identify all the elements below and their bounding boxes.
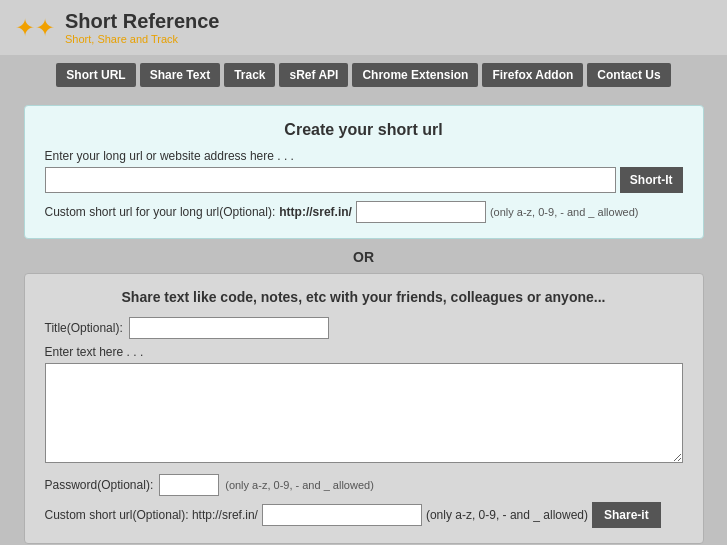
navbar: Short URL Share Text Track sRef API Chro… bbox=[0, 55, 727, 95]
logo-icon: ✦✦ bbox=[15, 14, 55, 42]
title-label: Title(Optional): bbox=[45, 321, 123, 335]
custom-url-label: Custom short url for your long url(Optio… bbox=[45, 205, 276, 219]
share-text-area[interactable] bbox=[45, 363, 683, 463]
logo-subtitle: Short, Share and Track bbox=[65, 33, 220, 45]
header: ✦✦ Short Reference Short, Share and Trac… bbox=[0, 0, 727, 55]
nav-track[interactable]: Track bbox=[224, 63, 275, 87]
short-it-button[interactable]: Short-It bbox=[620, 167, 683, 193]
custom-url-input[interactable] bbox=[356, 201, 486, 223]
password-label: Password(Optional): bbox=[45, 478, 154, 492]
share-text-section: Share text like code, notes, etc with yo… bbox=[24, 273, 704, 544]
custom-short-input[interactable] bbox=[262, 504, 422, 526]
long-url-input[interactable] bbox=[45, 167, 616, 193]
or-divider: OR bbox=[24, 249, 704, 265]
short-url-title: Create your short url bbox=[45, 121, 683, 139]
short-url-section: Create your short url Enter your long ur… bbox=[24, 105, 704, 239]
nav-firefox-addon[interactable]: Firefox Addon bbox=[482, 63, 583, 87]
share-text-title: Share text like code, notes, etc with yo… bbox=[45, 289, 683, 305]
main-content: Create your short url Enter your long ur… bbox=[14, 95, 714, 545]
title-input[interactable] bbox=[129, 317, 329, 339]
logo-title: Short Reference bbox=[65, 10, 220, 33]
long-url-label: Enter your long url or website address h… bbox=[45, 149, 683, 163]
nav-sref-api[interactable]: sRef API bbox=[279, 63, 348, 87]
nav-share-text[interactable]: Share Text bbox=[140, 63, 220, 87]
enter-text-label: Enter text here . . . bbox=[45, 345, 683, 359]
password-input[interactable] bbox=[159, 474, 219, 496]
nav-contact-us[interactable]: Contact Us bbox=[587, 63, 670, 87]
custom-short-hint: (only a-z, 0-9, - and _ allowed) bbox=[426, 508, 588, 522]
nav-short-url[interactable]: Short URL bbox=[56, 63, 135, 87]
password-hint: (only a-z, 0-9, - and _ allowed) bbox=[225, 479, 374, 491]
nav-chrome-extension[interactable]: Chrome Extension bbox=[352, 63, 478, 87]
custom-url-hint: (only a-z, 0-9, - and _ allowed) bbox=[490, 206, 639, 218]
share-it-button[interactable]: Share-it bbox=[592, 502, 661, 528]
custom-short-label: Custom short url(Optional): http://sref.… bbox=[45, 508, 258, 522]
custom-url-prefix: http://sref.in/ bbox=[279, 205, 352, 219]
